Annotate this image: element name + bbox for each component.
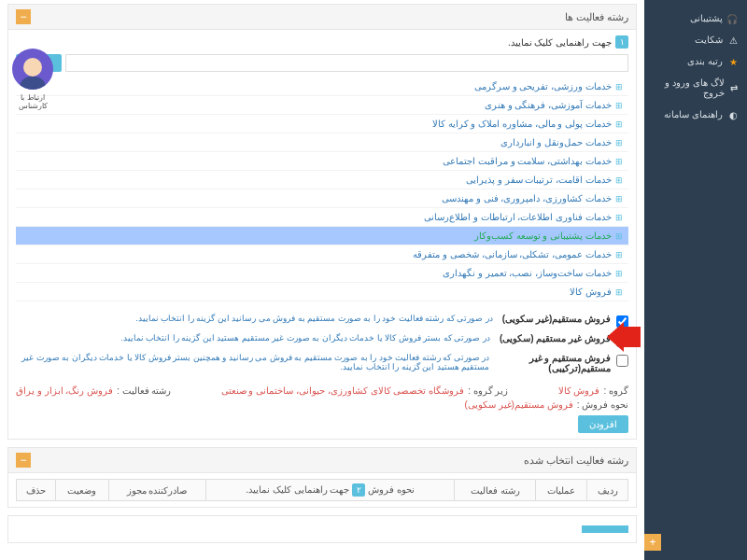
table-header: صادرکننده مجوز xyxy=(108,480,205,501)
sidebar-item-complaint[interactable]: ⚠شکایت xyxy=(644,29,747,50)
sale-option-checkbox[interactable] xyxy=(616,355,628,367)
activity-value: فروش رنگ، ابزار و یراق xyxy=(16,385,113,396)
sale-option-row: فروش مستقیم و غیر مستقیم(ترکیبی)در صورتی… xyxy=(16,350,628,376)
sidebar-item-label: شکایت xyxy=(695,35,723,45)
sidebar-item-guide[interactable]: ◐راهنمای سامانه xyxy=(644,104,747,125)
tree-item[interactable]: فروش کالا xyxy=(16,283,628,301)
progress-bar xyxy=(582,525,628,533)
sale-value: فروش مستقیم(غیر سکویی) xyxy=(464,399,572,410)
sale-label: نحوه فروش : xyxy=(577,399,628,410)
callout-arrow-icon xyxy=(607,327,641,347)
search-input[interactable] xyxy=(65,54,628,72)
table-header: ردیف xyxy=(587,480,628,501)
table-header: وضعیت xyxy=(56,480,108,501)
subgroup-value: فروشگاه تخصصی کالای کشاورزی، حیوانی، ساخ… xyxy=(221,385,464,396)
hint-number-badge: ۱ xyxy=(615,35,628,49)
help-icon: ◐ xyxy=(728,110,738,119)
hint-number-badge: ۲ xyxy=(352,483,365,497)
tree-item[interactable]: خدمات آموزشی، فرهنگی و هنری xyxy=(16,96,628,115)
fab-plus-button[interactable]: + xyxy=(644,534,661,551)
sidebar-item-logs[interactable]: ⇄لاگ های ورود و خروج xyxy=(644,72,747,104)
support-label: ارتباط با کارشناس xyxy=(7,93,58,110)
sale-option-label: فروش غیر مستقیم (سکویی) xyxy=(500,333,611,343)
sidebar-item-ranking[interactable]: ★رتبه بندی xyxy=(644,50,747,72)
sale-options: فروش مستقیم(غیر سکویی)در صورتی که رشته ف… xyxy=(16,311,628,376)
table-header: نحوه فروش ۲ جهت راهنمایی کلیک نمایید. xyxy=(205,480,455,501)
hint-text: جهت راهنمایی کلیک نمایید. xyxy=(508,37,612,48)
group-label: گروه : xyxy=(603,385,628,396)
main-content: رشته فعالیت ها − ۱ جهت راهنمایی کلیک نما… xyxy=(0,0,644,560)
panel-title: رشته فعالیت ها xyxy=(565,11,628,23)
tree-item[interactable]: خدمات پشتیبانی و توسعه کسب‌وکار xyxy=(16,227,628,245)
selected-activities-table: ردیفعملیاترشته فعالیتنحوه فروش ۲ جهت راه… xyxy=(16,479,628,501)
table-header: عملیات xyxy=(536,480,587,501)
star-icon: ★ xyxy=(728,57,738,66)
group-value: فروش کالا xyxy=(558,385,600,396)
sidebar-item-label: راهنمای سامانه xyxy=(664,109,723,119)
sidebar: 🎧پشتیبانی ⚠شکایت ★رتبه بندی ⇄لاگ های ورو… xyxy=(644,0,747,560)
sale-option-label: فروش مستقیم و غیر مستقیم(ترکیبی) xyxy=(499,353,611,373)
headset-icon: 🎧 xyxy=(728,14,738,23)
sidebar-item-label: پشتیبانی xyxy=(690,13,723,23)
sale-option-desc: در صورتی که بستر فروش کالا یا خدمات دیگر… xyxy=(120,333,490,343)
sale-option-row: فروش مستقیم(غیر سکویی)در صورتی که رشته ف… xyxy=(16,311,628,330)
panel-title: رشته فعالیت انتخاب شده xyxy=(524,455,628,467)
tree-item[interactable]: خدمات ساخت‌وساز، نصب، تعمیر و نگهداری xyxy=(16,264,628,283)
support-widget[interactable]: ارتباط با کارشناس xyxy=(7,49,58,110)
tree-item[interactable]: خدمات کشاورزی، دامپروری، فنی و مهندسی xyxy=(16,189,628,208)
activities-panel-header: رشته فعالیت ها − xyxy=(8,5,636,30)
tree-item[interactable]: خدمات اقامت، ترتیبات سفر و پذیرایی xyxy=(16,171,628,189)
sale-option-row: فروش غیر مستقیم (سکویی)در صورتی که بستر … xyxy=(16,330,628,350)
tree-item[interactable]: خدمات ورزشی، تفریحی و سرگرمی xyxy=(16,77,628,96)
table-header: حذف xyxy=(17,480,56,501)
tree-item[interactable]: خدمات عمومی، تشکلی، سازمانی، شخصی و متفر… xyxy=(16,245,628,264)
collapse-button[interactable]: − xyxy=(16,9,31,24)
progress-panel xyxy=(7,515,637,543)
tree-item[interactable]: خدمات حمل‌ونقل و انبارداری xyxy=(16,133,628,152)
add-button[interactable]: افزودن xyxy=(578,415,628,433)
sidebar-item-label: لاگ های ورود و خروج xyxy=(654,77,725,98)
tree-item[interactable]: خدمات بهداشتی، سلامت و مراقبت اجتماعی xyxy=(16,152,628,171)
collapse-button[interactable]: − xyxy=(16,453,31,468)
selected-panel-header: رشته فعالیت انتخاب شده − xyxy=(8,448,636,473)
sidebar-item-label: رتبه بندی xyxy=(687,56,723,66)
sale-option-desc: در صورتی که رشته فعالیت خود را به صورت م… xyxy=(16,353,489,371)
subgroup-label: زیر گروه : xyxy=(468,385,508,396)
tree-item[interactable]: خدمات پولی و مالی، مشاوره املاک و کرایه … xyxy=(16,115,628,133)
activity-tree: خدمات ورزشی، تفریحی و سرگرمیخدمات آموزشی… xyxy=(16,77,628,301)
table-header: رشته فعالیت xyxy=(455,480,536,501)
support-avatar-icon xyxy=(12,49,53,90)
log-icon: ⇄ xyxy=(730,83,738,92)
sidebar-item-support[interactable]: 🎧پشتیبانی xyxy=(644,7,747,29)
sale-option-label: فروش مستقیم(غیر سکویی) xyxy=(502,314,611,324)
hint-bar[interactable]: ۱ جهت راهنمایی کلیک نمایید. xyxy=(16,35,628,49)
selected-activities-panel: رشته فعالیت انتخاب شده − ردیفعملیاترشته … xyxy=(7,447,637,508)
tree-item[interactable]: خدمات فناوری اطلاعات، ارتباطات و اطلاع‌ر… xyxy=(16,208,628,227)
activities-panel: رشته فعالیت ها − ۱ جهت راهنمایی کلیک نما… xyxy=(7,4,637,440)
activity-label: رشته فعالیت : xyxy=(117,385,171,396)
sale-option-desc: در صورتی که رشته فعالیت خود را به صورت م… xyxy=(135,314,493,323)
alert-icon: ⚠ xyxy=(728,35,738,45)
activity-info: گروه :فروش کالا زیر گروه :فروشگاه تخصصی … xyxy=(16,385,628,410)
